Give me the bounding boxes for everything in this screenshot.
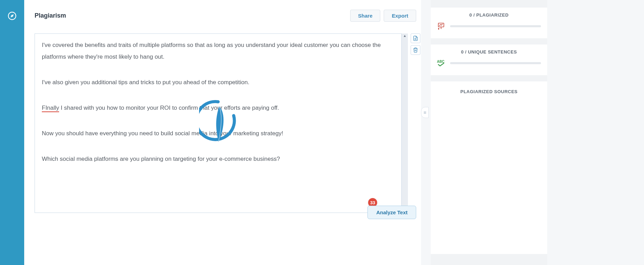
left-navbar [0, 0, 24, 265]
editor-content[interactable]: I've covered the benefits and traits of … [35, 34, 401, 213]
presentation-icon [437, 22, 446, 31]
svg-marker-1 [10, 14, 13, 17]
unique-card: 0 / UNIQUE SENTENCES ABC [431, 45, 547, 75]
unique-title: 0 / UNIQUE SENTENCES [437, 49, 541, 55]
share-button[interactable]: Share [350, 10, 381, 22]
sources-card: PLAGIARIZED SOURCES [431, 81, 547, 254]
compass-icon[interactable] [6, 10, 18, 22]
editor-sidebuttons [411, 33, 421, 213]
editor-wrap: I've covered the benefits and traits of … [35, 33, 421, 213]
header-actions: Share Export [350, 10, 416, 22]
plagiarized-card: 0 / PLAGIARIZED [431, 8, 547, 38]
panel-collapse-handle[interactable]: ≡ [421, 107, 429, 118]
document-icon[interactable] [411, 33, 420, 43]
export-button[interactable]: Export [384, 10, 416, 22]
abc-check-icon: ABC [437, 59, 446, 68]
analyze-text-button[interactable]: Analyze Text [367, 206, 416, 219]
header-row: Plagiarism Share Export [35, 10, 421, 22]
plagiarized-title: 0 / PLAGIARIZED [437, 12, 541, 18]
page-title: Plagiarism [35, 12, 66, 19]
text-editor[interactable]: I've covered the benefits and traits of … [35, 33, 402, 213]
unique-bar [450, 62, 541, 64]
svg-text:ABC: ABC [437, 60, 445, 63]
plagiarized-bar [450, 25, 541, 27]
editor-scrollbar[interactable]: ▲ ▼ [402, 33, 408, 213]
sources-title: PLAGIARIZED SOURCES [437, 89, 541, 94]
main-panel: Plagiarism Share Export I've covered the… [24, 0, 421, 265]
scroll-up-icon[interactable]: ▲ [402, 33, 408, 38]
right-panel: 0 / PLAGIARIZED 0 / UNIQUE SENTENCES ABC [431, 0, 547, 265]
spell-error[interactable]: FInally [42, 105, 59, 112]
trash-icon[interactable] [411, 45, 420, 55]
